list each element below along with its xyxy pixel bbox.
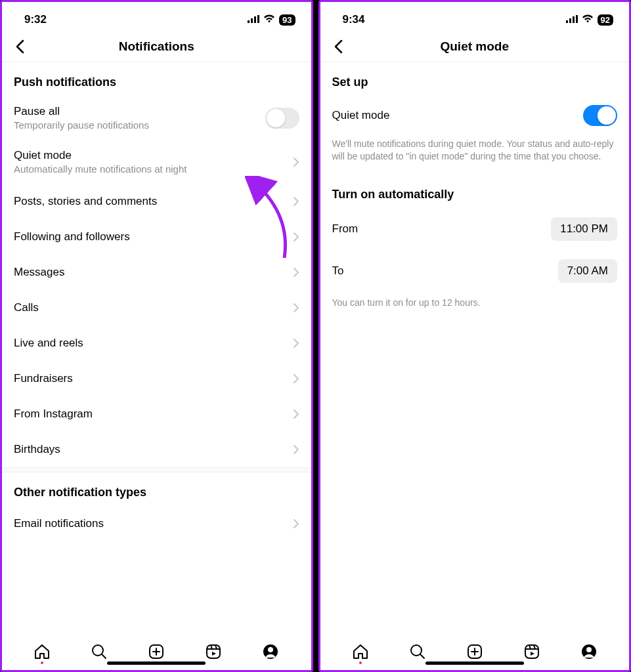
status-right: 93 [248, 13, 295, 26]
tab-search[interactable] [408, 642, 427, 661]
status-right: 92 [566, 13, 613, 26]
notification-dot-icon [41, 662, 43, 664]
svg-rect-2 [254, 16, 256, 23]
tab-home[interactable] [33, 642, 51, 661]
content-area: Push notifications Pause all Temporarily… [2, 62, 311, 633]
chevron-right-icon [293, 157, 299, 167]
tab-profile[interactable] [580, 642, 598, 661]
status-time: 9:32 [24, 13, 47, 26]
row-title: Quiet mode [332, 109, 390, 122]
from-time-value[interactable]: 11:00 PM [551, 217, 617, 241]
wifi-icon [263, 13, 275, 26]
status-time: 9:34 [343, 13, 365, 26]
section-divider [2, 467, 311, 472]
svg-rect-15 [566, 20, 568, 23]
row-title: From [332, 222, 359, 236]
section-header-push: Push notifications [2, 62, 311, 96]
row-title: Quiet mode [14, 149, 186, 162]
tab-home[interactable] [351, 642, 370, 661]
status-bar: 9:32 93 [2, 2, 311, 31]
battery-icon: 92 [598, 14, 613, 26]
page-title: Notifications [119, 39, 194, 54]
phone-screen-quiet-mode: 9:34 92 Quiet mode Set up Quiet mode We'… [318, 0, 632, 672]
row-title: Following and followers [14, 230, 130, 243]
row-to-time[interactable]: To 7:00 AM [320, 250, 630, 292]
to-time-value[interactable]: 7:00 AM [558, 259, 617, 283]
row-email-notifications[interactable]: Email notifications [2, 506, 311, 541]
row-from-instagram[interactable]: From Instagram [2, 396, 311, 432]
svg-rect-16 [569, 18, 571, 23]
row-title: Email notifications [14, 517, 104, 530]
row-calls[interactable]: Calls [2, 290, 311, 326]
chevron-right-icon [293, 518, 299, 529]
tab-search[interactable] [90, 642, 108, 661]
svg-rect-3 [257, 15, 259, 23]
back-button[interactable] [10, 37, 30, 56]
row-quiet-mode[interactable]: Quiet mode Automatically mute notificati… [2, 140, 311, 184]
row-fundraisers[interactable]: Fundraisers [2, 361, 311, 396]
svg-rect-0 [248, 20, 250, 23]
row-title: From Instagram [14, 408, 93, 421]
status-bar: 9:34 92 [320, 2, 630, 31]
section-header-other: Other notification types [2, 472, 311, 506]
chevron-right-icon [293, 196, 299, 207]
svg-rect-1 [251, 18, 253, 23]
chevron-right-icon [293, 267, 299, 278]
svg-line-5 [102, 654, 106, 658]
notification-dot-icon [359, 662, 362, 664]
section-header-setup: Set up [320, 62, 630, 96]
wifi-icon [582, 13, 594, 26]
svg-point-29 [586, 647, 592, 652]
home-indicator[interactable] [425, 662, 524, 665]
row-messages[interactable]: Messages [2, 255, 311, 290]
row-title: Birthdays [14, 443, 60, 456]
tab-profile[interactable] [261, 642, 280, 661]
pause-all-toggle[interactable] [265, 108, 299, 129]
tab-create[interactable] [466, 642, 484, 661]
footnote: You can turn it on for up to 12 hours. [320, 292, 630, 313]
row-title: Fundraisers [14, 372, 73, 385]
svg-point-14 [268, 647, 273, 652]
nav-header: Quiet mode [320, 31, 630, 62]
row-title: Calls [14, 301, 39, 314]
row-birthdays[interactable]: Birthdays [2, 432, 311, 467]
row-title: Pause all [14, 105, 149, 118]
quiet-mode-toggle[interactable] [583, 105, 617, 126]
cellular-icon [566, 13, 578, 26]
row-title: Messages [14, 266, 64, 279]
row-title: To [332, 264, 344, 278]
tab-create[interactable] [147, 642, 165, 661]
back-button[interactable] [328, 37, 348, 56]
svg-line-20 [420, 654, 424, 658]
nav-header: Notifications [2, 31, 311, 62]
chevron-right-icon [293, 444, 299, 455]
tab-reels[interactable] [204, 642, 223, 661]
row-subtitle: Temporarily pause notifications [14, 119, 149, 131]
row-title: Posts, stories and comments [14, 195, 157, 208]
page-title: Quiet mode [440, 39, 509, 54]
tab-reels[interactable] [523, 642, 541, 661]
chevron-right-icon [293, 409, 299, 419]
svg-rect-17 [573, 16, 575, 23]
chevron-right-icon [293, 232, 299, 242]
section-header-auto: Turn on automatically [320, 175, 630, 208]
svg-rect-9 [207, 645, 220, 658]
quiet-mode-description: We'll mute notifications during quiet mo… [320, 135, 630, 175]
svg-rect-18 [576, 15, 578, 23]
content-area: Set up Quiet mode We'll mute notificatio… [320, 62, 630, 633]
row-title: Live and reels [14, 337, 83, 350]
chevron-right-icon [293, 303, 299, 313]
battery-icon: 93 [279, 14, 295, 26]
phone-screen-notifications: 9:32 93 Notifications Push notifications… [0, 0, 313, 672]
svg-rect-24 [525, 645, 538, 658]
chevron-right-icon [293, 373, 299, 384]
row-subtitle: Automatically mute notifications at nigh… [14, 163, 186, 175]
row-posts-stories-comments[interactable]: Posts, stories and comments [2, 184, 311, 219]
home-indicator[interactable] [107, 662, 206, 665]
row-pause-all[interactable]: Pause all Temporarily pause notification… [2, 96, 311, 140]
row-from-time[interactable]: From 11:00 PM [320, 208, 630, 250]
cellular-icon [248, 13, 259, 26]
row-live-reels[interactable]: Live and reels [2, 326, 311, 361]
row-following-followers[interactable]: Following and followers [2, 219, 311, 255]
row-quiet-mode-toggle[interactable]: Quiet mode [320, 96, 630, 135]
